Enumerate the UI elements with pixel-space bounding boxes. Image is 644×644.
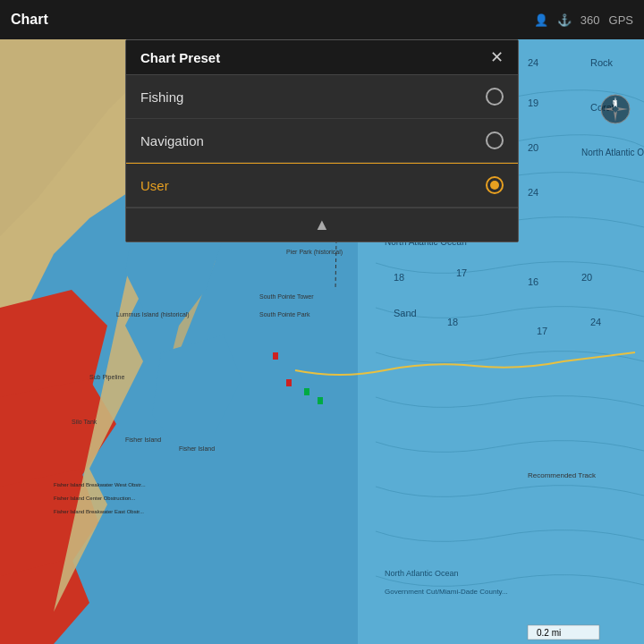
svg-text:Fisher Island Breakwater West : Fisher Island Breakwater West Obstr... [54, 482, 146, 487]
svg-text:17: 17 [456, 267, 467, 278]
svg-text:17: 17 [537, 326, 547, 336]
dialog-title: Chart Preset [140, 50, 220, 65]
svg-text:20: 20 [528, 142, 538, 153]
svg-text:Silo Tank: Silo Tank [72, 419, 97, 425]
gps-icon: GPS [609, 13, 633, 27]
svg-text:19: 19 [528, 97, 538, 108]
close-button[interactable]: ✕ [490, 49, 504, 65]
collapse-chevron[interactable]: ▲ [314, 216, 330, 234]
navigation-radio[interactable] [486, 131, 504, 149]
svg-text:Government Cut/Miami-Dade Coun: Government Cut/Miami-Dade County... [385, 588, 508, 596]
svg-text:24: 24 [590, 317, 601, 327]
fishing-label: Fishing [140, 89, 183, 105]
person-icon: 👤 [534, 13, 548, 27]
svg-text:Recommended Track: Recommended Track [528, 471, 597, 479]
svg-rect-57 [304, 388, 309, 395]
360-icon: 360 [580, 13, 600, 27]
svg-text:Fisher Island Breakwater East : Fisher Island Breakwater East Obstr... [54, 509, 144, 514]
user-label: User [140, 178, 169, 193]
dialog-footer: ▲ [126, 208, 518, 242]
svg-text:South Pointe Tower: South Pointe Tower [259, 293, 314, 300]
svg-text:24: 24 [528, 187, 538, 198]
svg-text:Sub Pipeline: Sub Pipeline [89, 374, 124, 381]
svg-text:North Atlantic Ocean: North Atlantic Ocean [385, 569, 459, 578]
svg-text:North Atlantic Ocean: North Atlantic Ocean [581, 148, 644, 157]
svg-text:18: 18 [394, 272, 404, 283]
svg-text:Sand: Sand [394, 308, 417, 318]
navigation-label: Navigation [140, 133, 204, 148]
svg-text:24: 24 [528, 57, 538, 68]
chart-title: Chart [11, 12, 48, 28]
fishing-radio[interactable] [486, 88, 504, 106]
svg-text:Lummus Island (historical): Lummus Island (historical) [116, 311, 190, 318]
svg-text:0.2 mi: 0.2 mi [537, 628, 561, 638]
fishing-option[interactable]: Fishing [126, 75, 518, 119]
svg-text:18: 18 [447, 317, 458, 327]
user-radio[interactable] [486, 176, 504, 194]
svg-text:Fisher Island: Fisher Island [179, 445, 215, 452]
svg-rect-56 [286, 379, 292, 386]
svg-text:Fisher Island: Fisher Island [125, 436, 161, 443]
svg-text:20: 20 [581, 272, 592, 283]
svg-rect-58 [318, 397, 323, 404]
wifi-icon: ⚓ [557, 13, 572, 27]
svg-text:Rock: Rock [590, 57, 614, 68]
svg-text:16: 16 [528, 276, 538, 287]
svg-rect-55 [273, 352, 278, 360]
top-bar-icons: 👤 ⚓ 360 GPS [534, 13, 633, 27]
navigation-option[interactable]: Navigation [126, 119, 518, 163]
svg-text:South Pointe Park: South Pointe Park [259, 311, 310, 318]
dialog-header: Chart Preset ✕ [126, 40, 518, 75]
svg-text:Fisher Island Center Obstructi: Fisher Island Center Obstruction... [54, 496, 136, 501]
chart-preset-dialog: Chart Preset ✕ Fishing Navigation User ▲ [125, 39, 519, 242]
top-bar: Chart 👤 ⚓ 360 GPS [0, 0, 644, 39]
svg-text:N: N [613, 99, 617, 106]
svg-text:Pier Park (historical): Pier Park (historical) [286, 249, 343, 256]
user-option[interactable]: User [126, 163, 518, 208]
